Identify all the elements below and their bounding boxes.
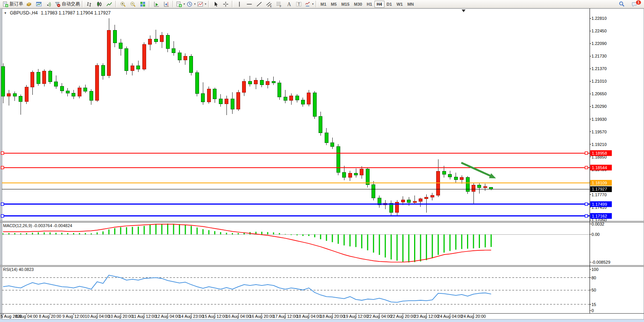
rsi-indicator-label: RSI(14) 40.0823 [3, 267, 34, 272]
text-label-button[interactable]: T [294, 0, 304, 8]
price-tick-label: 1.22450 [591, 29, 607, 33]
price-tick-label: 1.20290 [591, 104, 607, 109]
time-tick-label: 17 Aug 12:00 [273, 314, 298, 319]
signals-button[interactable] [44, 0, 54, 8]
toolbar-separator [208, 1, 210, 7]
toolbar-separator [115, 1, 117, 7]
line-endpoint-marker [1, 215, 4, 217]
periods-button[interactable]: ▾ [186, 0, 196, 8]
chart-shift-button[interactable] [161, 0, 171, 8]
channel-icon: E [266, 1, 272, 7]
timeframe-h1-button[interactable]: H1 [364, 1, 374, 8]
ch art-window[interactable]: 1.228101.224501.220901.217301.213701.210… [0, 8, 644, 322]
templates-button[interactable]: ▾ [175, 0, 186, 8]
zoom-in-button[interactable] [118, 0, 128, 8]
pivot-line-price-label: 1.18109 [590, 180, 612, 186]
line-chart-button[interactable] [104, 0, 114, 8]
horizontal-line-button[interactable] [244, 0, 254, 8]
time-tick-label: 16 Aug 20:00 [249, 314, 274, 319]
time-tick-label: 14 Aug 23:00 [179, 314, 204, 319]
tile-windows-button[interactable] [138, 0, 148, 8]
time-tick-label: 9 Aug 12:00 [62, 314, 85, 319]
timeframe-m5-button[interactable]: M5 [328, 1, 339, 8]
autotrading-button-label: 自动交易 [62, 1, 80, 7]
timeframe-h4-button[interactable]: H4 [375, 1, 384, 8]
fibo-icon: F [276, 1, 282, 7]
price-tick-label: 1.22090 [591, 41, 607, 46]
cursor-icon [213, 1, 219, 7]
time-tick-label: 24 Aug 20:00 [461, 314, 486, 319]
chevron-down-icon[interactable]: ▾ [183, 2, 185, 6]
macd-indicator-label: MACD(12,26,9) -0.003764 -0.004824 [3, 223, 72, 228]
notification-badge: 1 [636, 0, 641, 5]
charts-button[interactable] [34, 0, 44, 8]
toolbar-separator [82, 1, 83, 7]
line-endpoint-marker [585, 152, 588, 154]
crosshair-button[interactable] [221, 0, 231, 8]
timeframe-w1-button[interactable]: W1 [394, 1, 405, 8]
auto-scroll-button[interactable] [151, 0, 161, 8]
svg-text:1.18958: 1.18958 [592, 151, 607, 155]
quotes-button[interactable] [24, 0, 34, 8]
text-button[interactable]: A [284, 0, 294, 8]
macd-axis-label: -0.008529 [591, 260, 611, 264]
macd-axis-label: 0.00 [591, 232, 599, 237]
time-tick-label: 8 Aug 20:00 [39, 314, 61, 319]
chart-ohlc-values: 1.17983 1.17987 1.17904 1.17927 [41, 10, 111, 16]
indicators-button[interactable]: ▾ [196, 0, 207, 8]
period-icon [187, 1, 193, 7]
tiles-icon [140, 1, 146, 7]
window-left-edge [0, 8, 2, 322]
chevron-down-icon[interactable]: ▾ [205, 2, 206, 6]
indicators-icon [197, 1, 203, 7]
time-tick-label: 18 Aug 20:00 [320, 314, 345, 319]
candlestick-button[interactable] [94, 0, 104, 8]
timeframe-m15-button[interactable]: M15 [339, 1, 352, 8]
rsi-axis-label: 0 [591, 308, 594, 313]
charts-icon [36, 1, 42, 7]
arrows-button[interactable]: ▾ [304, 0, 314, 8]
svg-text:E: E [270, 5, 272, 7]
zoom-in-icon [120, 1, 126, 7]
autoscroll-icon [153, 1, 159, 7]
macd-axis-label: 0.0032 [591, 222, 604, 226]
timeframe-m1-button[interactable]: M1 [318, 1, 328, 8]
svg-text:1.17927: 1.17927 [592, 187, 607, 191]
timeframe-mn-button[interactable]: MN [405, 1, 416, 8]
time-tick-label: 11 Aug 12:00 [132, 314, 156, 319]
channel-button[interactable]: E [264, 0, 274, 8]
notifications-button[interactable]: 1 [630, 0, 639, 8]
autotrading-button[interactable]: 自动交易 [54, 0, 81, 8]
time-tick-label: 16 Aug 04:00 [226, 314, 251, 319]
price-chart-canvas[interactable]: 1.228101.224501.220901.217301.213701.210… [0, 8, 644, 322]
rsi-axis-label: 100 [591, 267, 598, 272]
new-order-button[interactable]: 新订单 [2, 0, 24, 8]
timeframe-d1-button[interactable]: D1 [384, 1, 394, 8]
macd-pane-splitter[interactable] [0, 221, 644, 223]
chevron-down-icon[interactable]: ▾ [194, 2, 196, 6]
chevron-down-icon[interactable]: ▾ [312, 2, 314, 6]
new-order-button-label: 新订单 [10, 1, 23, 7]
trendline-button[interactable] [254, 0, 264, 8]
cursor-button[interactable] [211, 0, 221, 8]
autotrade-icon [54, 1, 61, 7]
toolbar-separator [149, 1, 150, 7]
time-tick-label: 24 Aug 04:00 [438, 314, 462, 319]
time-tick-label: 8 Aug 04:00 [15, 314, 38, 319]
bar-chart-button[interactable] [84, 0, 94, 8]
toolbar-separator [232, 1, 233, 7]
price-tick-label: 1.19210 [591, 142, 607, 147]
signal-icon [46, 1, 52, 7]
chevron-down-icon[interactable]: ▼ [4, 11, 7, 15]
time-tick-label: 18 Aug 04:00 [296, 314, 321, 319]
vertical-line-button[interactable] [234, 0, 244, 8]
line-endpoint-marker [585, 215, 588, 217]
search-button[interactable] [617, 0, 626, 8]
linechart-icon [106, 1, 112, 7]
price-tick-label: 1.17770 [591, 192, 607, 197]
rsi-pane-splitter[interactable] [0, 265, 644, 267]
fibonacci-button[interactable]: F [274, 0, 284, 8]
price-tick-label: 1.19570 [591, 130, 607, 134]
zoom-out-button[interactable] [128, 0, 138, 8]
timeframe-m30-button[interactable]: M30 [352, 1, 364, 8]
